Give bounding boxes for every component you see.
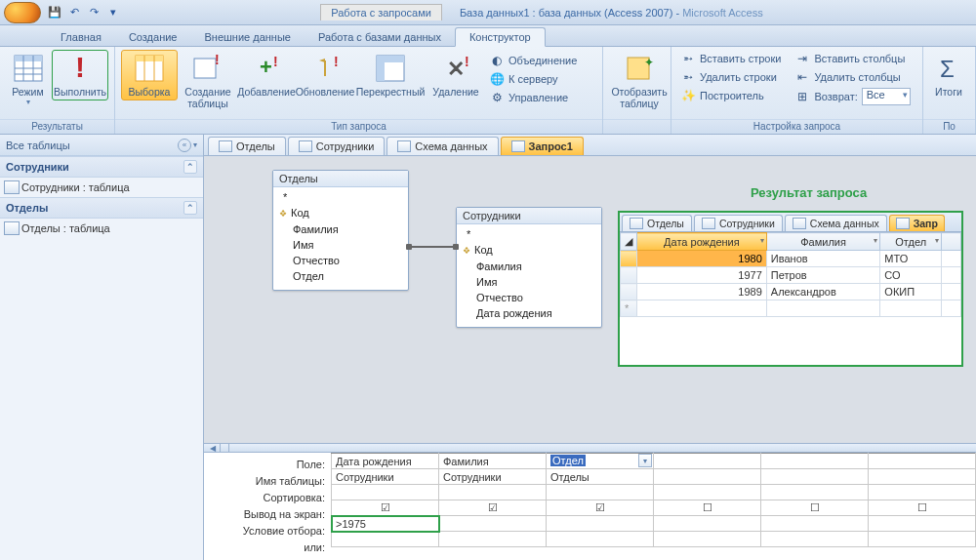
view-button[interactable]: Режим ▾ <box>6 50 50 109</box>
cell[interactable]: МТО <box>880 251 942 267</box>
builder-button[interactable]: ✨Построитель <box>677 87 784 104</box>
return-combo[interactable]: Все <box>862 88 911 105</box>
qbe-cell[interactable] <box>332 485 439 500</box>
qbe-cell[interactable] <box>869 469 976 485</box>
qbe-cell[interactable] <box>332 532 439 547</box>
qbe-cell[interactable] <box>547 532 654 547</box>
field-item[interactable]: Дата рождения <box>463 305 595 321</box>
save-icon[interactable]: 💾 <box>47 5 62 20</box>
qbe-cell[interactable]: Сотрудники <box>332 469 439 485</box>
cell[interactable]: СО <box>880 267 942 284</box>
qbe-cell[interactable] <box>654 454 761 469</box>
field-item[interactable]: Фамилия <box>463 259 595 274</box>
field-item[interactable]: Имя <box>279 237 402 253</box>
navitem-sotrudniki-table[interactable]: Сотрудники : таблица <box>0 178 203 197</box>
datadef-button[interactable]: ⚙Управление <box>486 89 580 106</box>
collapse-group-icon[interactable]: ⌃ <box>183 201 197 215</box>
dropdown-icon[interactable]: ▾ <box>638 454 652 467</box>
field-item[interactable]: Отдел <box>279 268 402 284</box>
qbe-cell[interactable]: Отдел▾ <box>547 454 654 469</box>
navitem-otdely-table[interactable]: Отделы : таблица <box>0 219 203 238</box>
row-selector[interactable] <box>621 284 637 300</box>
field-star[interactable]: * <box>463 226 595 242</box>
qbe-cell[interactable] <box>761 516 869 532</box>
rtab-schema[interactable]: Схема данных <box>785 215 887 231</box>
navgroup-otdely[interactable]: Отделы⌃ <box>0 197 203 219</box>
qbe-criteria-cell[interactable]: >1975 <box>332 516 439 532</box>
row-selector[interactable] <box>621 251 637 267</box>
delete-query-button[interactable]: ✕! Удаление <box>427 50 484 100</box>
tab-home[interactable]: Главная <box>47 28 115 46</box>
update-button[interactable]: ! Обновление <box>297 50 353 100</box>
cell[interactable]: 1977 <box>637 267 767 284</box>
navgroup-sotrudniki[interactable]: Сотрудники⌃ <box>0 156 203 178</box>
row-selector[interactable] <box>621 267 637 284</box>
cell[interactable]: Иванов <box>766 251 880 267</box>
col-header[interactable]: Отдел▾ <box>880 233 942 251</box>
qbe-cell[interactable] <box>869 454 976 469</box>
tab-create[interactable]: Создание <box>115 28 191 46</box>
cell[interactable]: Александров <box>766 284 880 300</box>
insert-cols-button[interactable]: ⇥Вставить столбцы <box>792 50 913 67</box>
field-item[interactable]: Отчество <box>463 290 595 305</box>
qbe-show-checkbox[interactable]: ☑ <box>547 500 654 516</box>
col-header[interactable]: Дата рождения▾ <box>637 233 767 251</box>
row-selector-header[interactable]: ◢ <box>621 233 637 251</box>
qbe-cell[interactable] <box>439 516 547 532</box>
collapse-icon[interactable]: « <box>178 139 191 152</box>
qbe-cell[interactable] <box>761 485 869 500</box>
doctab-otdely[interactable]: Отделы <box>208 137 286 155</box>
doctab-zapros1[interactable]: Запрос1 <box>501 137 584 155</box>
cell[interactable] <box>637 300 767 317</box>
table-field-list-sotrudniki[interactable]: Сотрудники * Код Фамилия Имя Отчество Да… <box>456 207 602 328</box>
passthrough-button[interactable]: 🌐К серверу <box>486 70 580 88</box>
field-item[interactable]: Имя <box>463 274 595 290</box>
qbe-show-checkbox[interactable]: ☐ <box>869 500 976 516</box>
cell[interactable]: Петров <box>766 267 880 284</box>
navpane-header[interactable]: Все таблицы « ▾ <box>0 135 203 156</box>
pane-splitter[interactable]: ◀ <box>204 443 976 453</box>
qbe-cell[interactable] <box>654 469 761 485</box>
qbe-cell[interactable] <box>654 485 761 500</box>
qbe-cell[interactable]: Отделы <box>547 469 654 485</box>
append-button[interactable]: +! Добавление <box>238 50 295 100</box>
qbe-cell[interactable] <box>547 485 654 500</box>
delete-cols-button[interactable]: ⇤Удалить столбцы <box>792 68 913 86</box>
run-button[interactable]: ! Выполнить <box>52 50 108 100</box>
col-header-empty[interactable] <box>942 233 961 251</box>
totals-button[interactable]: Σ Итоги <box>929 50 968 100</box>
table-field-list-otdely[interactable]: Отделы * Код Фамилия Имя Отчество Отдел <box>272 170 409 291</box>
field-item[interactable]: Фамилия <box>279 221 402 237</box>
qbe-show-checkbox[interactable]: ☑ <box>439 500 547 516</box>
rtab-otdely[interactable]: Отделы <box>622 215 692 231</box>
left-arrow-icon[interactable]: ◀ <box>210 444 216 453</box>
field-pk[interactable]: Код <box>279 205 402 221</box>
rtab-sotrudniki[interactable]: Сотрудники <box>694 215 783 231</box>
col-header[interactable]: Фамилия▾ <box>766 233 880 251</box>
qbe-table[interactable]: Дата рождения Фамилия Отдел▾ Сотрудники … <box>331 453 976 547</box>
qbe-cell[interactable] <box>439 485 547 500</box>
cell[interactable]: 1989 <box>637 284 767 300</box>
tab-dbtools[interactable]: Работа с базами данных <box>305 28 455 46</box>
qbe-show-checkbox[interactable]: ☐ <box>654 500 761 516</box>
field-pk[interactable]: Код <box>463 242 595 259</box>
rtab-zapros[interactable]: Запр <box>889 215 945 231</box>
collapse-group-icon[interactable]: ⌃ <box>183 160 197 174</box>
doctab-schema[interactable]: Схема данных <box>386 137 498 155</box>
field-item[interactable]: Отчество <box>279 253 402 268</box>
qbe-cell[interactable] <box>654 516 761 532</box>
redo-icon[interactable]: ↷ <box>86 5 102 20</box>
showtable-button[interactable]: ✦ Отобразить таблицу <box>609 50 670 112</box>
query-design-surface[interactable]: Отделы * Код Фамилия Имя Отчество Отдел … <box>204 156 976 443</box>
cell[interactable]: ОКИП <box>880 284 942 300</box>
qbe-cell[interactable] <box>761 469 869 485</box>
select-query-button[interactable]: Выборка <box>121 50 178 100</box>
tab-design[interactable]: Конструктор <box>455 27 546 47</box>
office-button[interactable] <box>4 2 41 23</box>
qbe-cell[interactable] <box>869 532 976 547</box>
qbe-cell[interactable] <box>869 485 976 500</box>
doctab-sotrudniki[interactable]: Сотрудники <box>288 137 386 155</box>
tab-external[interactable]: Внешние данные <box>191 28 305 46</box>
qbe-cell[interactable] <box>869 516 976 532</box>
delete-rows-button[interactable]: ➵Удалить строки <box>677 68 784 86</box>
